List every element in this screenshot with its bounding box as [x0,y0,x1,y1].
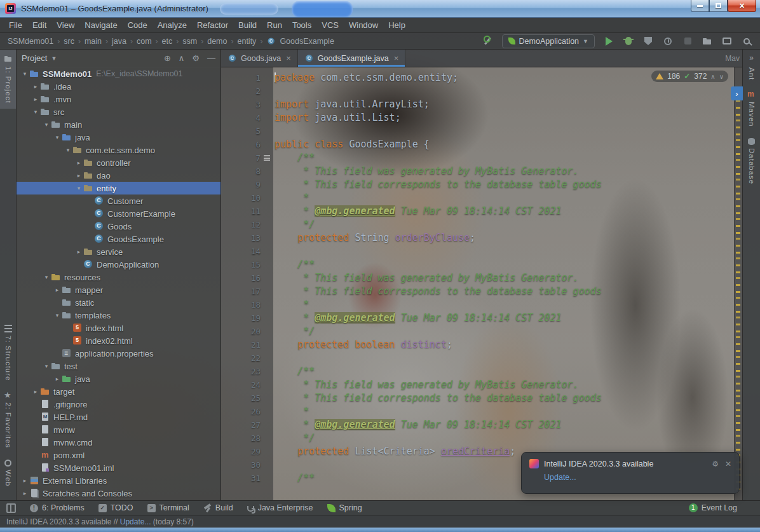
next-inspection-button[interactable]: ∨ [719,73,724,80]
project-folder-icon[interactable] [702,36,713,47]
tree-item[interactable]: ▾com.etc.ssm.demo [17,144,221,156]
toolwindow-switcher-icon[interactable] [6,503,16,513]
search-everywhere-button[interactable] [741,36,752,47]
breadcrumb-item[interactable]: entity [237,37,256,46]
expand-icon[interactable]: ▾ [42,274,51,280]
menu-item-edit[interactable]: Edit [27,19,51,31]
run-config-select[interactable]: DemoApplication ▼ [502,34,595,48]
toolwindow-button-terminal[interactable]: Terminal [147,503,189,512]
expand-icon[interactable]: ▾ [64,147,72,153]
menu-item-tools[interactable]: Tools [287,19,316,31]
expand-icon[interactable]: ▸ [31,388,40,395]
expand-icon[interactable]: ▾ [42,121,51,128]
toolwindow-button-spring[interactable]: Spring [327,503,362,512]
tree-item[interactable]: Goods [17,220,221,233]
run-button[interactable] [603,36,614,47]
breadcrumb-item[interactable]: main [85,37,102,46]
coverage-button[interactable] [642,36,654,47]
tree-item[interactable]: ▸target [17,385,221,398]
breadcrumb-item[interactable]: SSMdemo01 [8,37,53,46]
tree-item[interactable]: ▸mapper [17,283,221,296]
menu-item-code[interactable]: Code [123,19,153,31]
toolwindow-button-structure[interactable]: 7: Structure [0,319,16,386]
restore-toolwindow-arrow[interactable]: › [731,86,743,100]
editor-tab[interactable]: GoodsExample.java× [298,50,405,67]
tree-item[interactable]: static [17,296,221,309]
tree-item[interactable]: ▸Scratches and Consoles [17,487,221,500]
tree-item[interactable]: application.properties [17,347,221,360]
inspections-widget[interactable]: 186 ✓ 372 ∧ ∨ [651,71,728,82]
error-stripe-scrollbar[interactable] [734,67,742,500]
tree-item[interactable]: ▾test [17,360,221,372]
toolwindow-button-maven[interactable]: m Maven [743,85,760,132]
tree-item[interactable]: ▾entity [17,182,221,194]
breadcrumb-item[interactable]: src [64,37,74,46]
menu-item-run[interactable]: Run [262,19,287,31]
toolwindow-button-favorites[interactable]: ★ 2: Favorites [0,386,16,453]
toolwindow-button-javaee[interactable]: Java Enterprise [247,503,313,512]
expand-icon[interactable]: ▾ [20,71,29,77]
tree-item[interactable]: ▾SSMdemo01E:\Ex_idea\SSMdemo01 [17,67,221,80]
tree-item[interactable]: ▸dao [17,169,221,182]
tree-item[interactable]: ▾src [17,106,221,118]
tree-item[interactable]: ▸.idea [17,80,221,93]
tree-item[interactable]: CustomerExample [17,207,221,220]
tree-item[interactable]: DemoApplication [17,258,221,271]
expand-icon[interactable]: ▸ [74,172,83,179]
title-bar[interactable]: SSMdemo01 – GoodsExample.java (Administr… [0,0,760,18]
chevron-down-icon[interactable]: ▼ [51,55,57,62]
tree-item[interactable]: ▾resources [17,271,221,283]
menu-item-view[interactable]: View [51,19,79,31]
tree-item[interactable]: ▾main [17,118,221,131]
debug-button[interactable] [623,36,634,47]
tree-item[interactable]: ▸.mvn [17,93,221,106]
minimize-button[interactable] [691,0,709,12]
toolwindow-button-problems[interactable]: 6: Problems [30,503,85,512]
gutter-icon[interactable] [264,155,270,161]
breadcrumb-item[interactable]: com [137,37,152,46]
wrench-icon[interactable] [482,36,494,47]
event-log-button[interactable]: 1 Event Log [689,503,737,512]
expand-icon[interactable]: ▸ [74,249,83,255]
menu-item-refactor[interactable]: Refactor [192,19,233,31]
expand-icon[interactable]: ▾ [42,363,51,369]
toolwindow-button-ant[interactable]: Ant [743,62,760,85]
gear-icon[interactable]: ⚙ [712,460,719,468]
status-update-link[interactable]: Update... [120,517,151,526]
tree-item[interactable]: ▸External Libraries [17,474,221,487]
expand-icon[interactable]: ▸ [53,376,62,382]
tree-item[interactable]: ▸service [17,245,221,258]
close-button[interactable]: × [728,0,756,12]
editor-tab[interactable]: Goods.java× [221,50,298,67]
tree-item[interactable]: SSMdemo01.iml [17,461,221,474]
tree-item[interactable]: .gitignore [17,398,221,411]
hide-windows-button[interactable] [721,36,733,47]
toolwindow-button-web[interactable]: Web [0,454,16,491]
tree-item[interactable]: ▸java [17,372,221,385]
breadcrumb-item[interactable]: etc [162,37,173,46]
expand-icon[interactable]: ▸ [20,477,29,484]
toolwindow-button-database[interactable]: Database [743,132,760,189]
tree-item[interactable]: ▾java [17,131,221,144]
tree-item[interactable]: index02.html [17,334,221,347]
hide-panel-button[interactable]: — [207,53,215,63]
expand-icon[interactable]: ▸ [20,490,29,496]
menu-item-file[interactable]: File [4,19,27,31]
menu-item-analyze[interactable]: Analyze [153,19,192,31]
toolwindow-button-project[interactable]: 1: Project [0,50,16,109]
breadcrumb-item[interactable]: ssm [182,37,197,46]
collapse-all-button[interactable]: ∧ [179,53,185,63]
update-link[interactable]: Update... [544,473,731,482]
tree-item[interactable]: GoodsExample [17,233,221,245]
menu-item-navigate[interactable]: Navigate [79,19,122,31]
close-icon[interactable]: ✕ [725,460,731,468]
tree-item[interactable]: index.html [17,322,221,334]
toolwindow-button-build[interactable]: Build [203,503,233,512]
expand-icon[interactable]: ▾ [53,134,62,140]
expand-icon[interactable]: ▸ [53,287,62,293]
prev-inspection-button[interactable]: ∧ [710,73,715,80]
project-panel-title[interactable]: Project [22,53,47,63]
gear-icon[interactable]: ⚙ [192,53,200,63]
breadcrumb-item[interactable]: GoodsExample [266,36,334,46]
menu-item-window[interactable]: Window [344,19,383,31]
